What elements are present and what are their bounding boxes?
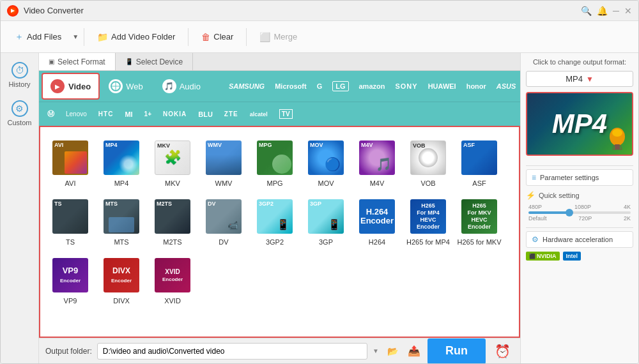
- mp4-preview-text: MP4: [552, 109, 607, 139]
- folder-icon: 📁: [97, 32, 108, 42]
- format-item-ts[interactable]: TS TS: [45, 191, 95, 248]
- web-format-button[interactable]: Web: [102, 76, 150, 96]
- minimize-icon[interactable]: ─: [613, 6, 619, 16]
- dropdown-arrow-output[interactable]: ▼: [373, 347, 379, 354]
- video-format-button[interactable]: ▶ Video: [42, 73, 100, 100]
- format-item-m2ts[interactable]: M2TS M2TS: [148, 191, 197, 248]
- open-folder-button[interactable]: 📂: [384, 343, 401, 360]
- format-item-vob[interactable]: VOB VOB: [403, 132, 453, 190]
- format-item-mp4[interactable]: MP4 MP4: [96, 132, 146, 190]
- brand-samsung[interactable]: SAMSUNG: [224, 80, 270, 92]
- format-item-3gp2[interactable]: 3GP2 📱 3GP2: [250, 191, 300, 248]
- brand-htc[interactable]: HTC: [93, 109, 119, 119]
- h264-label: H264: [369, 238, 385, 246]
- tab-select-device[interactable]: 📱 Select Device: [116, 53, 193, 70]
- brand-apple[interactable]: [213, 84, 224, 88]
- brand-sony[interactable]: SONY: [390, 80, 422, 92]
- brand-honor[interactable]: honor: [461, 80, 491, 92]
- sidebar: ⏱ History ⚙ Custom: [1, 53, 39, 363]
- gpu-row: ⬛ NVIDIA Intel: [526, 252, 633, 261]
- audio-icon: 🎵: [162, 79, 176, 93]
- quality-label-4k: 4K: [624, 204, 631, 210]
- brand-google[interactable]: G: [312, 80, 328, 92]
- mp4-preview[interactable]: MP4: [526, 92, 633, 156]
- 3gp-thumb: 3GP 📱: [308, 199, 344, 234]
- format-item-h265mp4[interactable]: H265For MP4HEVCEncoder H265 for MP4: [403, 191, 453, 248]
- run-button[interactable]: Run: [427, 338, 486, 364]
- brand-lg[interactable]: LG: [327, 79, 353, 93]
- history-icon: ⏱: [12, 62, 28, 79]
- svg-rect-1: [615, 144, 620, 149]
- mts-thumb: MTS: [104, 199, 139, 234]
- bell-icon[interactable]: 🔔: [597, 6, 608, 16]
- output-format-selector[interactable]: MP4 ▼: [526, 71, 633, 87]
- main-area: ⏱ History ⚙ Custom ▣ Select Format: [1, 53, 638, 363]
- web-label: Web: [126, 82, 143, 91]
- output-folder-label: Output folder:: [45, 347, 92, 356]
- search-icon[interactable]: 🔍: [581, 6, 592, 16]
- tab-select-format[interactable]: ▣ Select Format: [39, 53, 116, 70]
- brand-tv[interactable]: TV: [274, 107, 298, 121]
- format-item-avi[interactable]: AVI AVI: [45, 132, 95, 190]
- sidebar-item-custom[interactable]: ⚙ Custom: [2, 95, 37, 132]
- format-item-mkv[interactable]: MKV 🧩 MKV: [148, 132, 197, 190]
- m4v-label: M4V: [370, 179, 385, 187]
- quality-bottom-labels: Default 720P 2K: [528, 215, 631, 222]
- brand-lenovo[interactable]: Lenovo: [61, 109, 92, 119]
- brand-blu[interactable]: BLU: [193, 109, 218, 120]
- format-dropdown-icon: ▼: [586, 75, 594, 84]
- quality-slider-container: 480P 1080P 4K Default 720P 2K: [526, 204, 633, 222]
- format-item-m4v[interactable]: M4V 🎵 M4V: [352, 132, 402, 190]
- format-tabs: ▣ Select Format 📱 Select Device: [39, 53, 520, 71]
- format-item-h264[interactable]: H.264Encoder H264: [352, 191, 402, 248]
- folder-action-button[interactable]: 📤: [406, 343, 422, 360]
- format-item-3gp[interactable]: 3GP 📱 3GP: [301, 191, 351, 248]
- brand-mi[interactable]: MI: [119, 109, 137, 120]
- titlebar: Video Converter 🔍 🔔 ─ ✕: [1, 1, 638, 21]
- output-path-input[interactable]: [97, 343, 367, 360]
- format-item-h265mkv[interactable]: H265For MKVHEVCEncoder H265 for MKV: [454, 191, 504, 248]
- current-format-label: MP4: [566, 74, 583, 84]
- close-icon[interactable]: ✕: [624, 6, 632, 16]
- m2ts-thumb: M2TS: [155, 199, 190, 234]
- sidebar-item-history[interactable]: ⏱ History: [2, 56, 37, 93]
- format-item-dv[interactable]: DV 📹 DV: [199, 191, 249, 248]
- format-item-vp9[interactable]: VP9Encoder VP9: [45, 250, 95, 307]
- mp4-label: MP4: [114, 179, 129, 187]
- brand-nokia[interactable]: NOKIA: [158, 109, 192, 119]
- brand-motorola[interactable]: Ⓜ: [42, 107, 59, 121]
- brand-oneplus[interactable]: 1+: [139, 109, 157, 119]
- format-item-xvid[interactable]: XVIDEncoder XVID: [148, 250, 197, 307]
- output-format-title: Click to change output format:: [526, 58, 633, 66]
- alarm-button[interactable]: ⏰: [491, 340, 514, 363]
- format-item-mpg[interactable]: MPG MPG: [250, 132, 300, 190]
- audio-format-button[interactable]: 🎵 Audio: [155, 71, 208, 102]
- brand-alcatel[interactable]: alcatel: [245, 109, 273, 119]
- brand-row-2: Ⓜ Lenovo HTC MI 1+ NOKIA BLU ZTE alcatel…: [39, 102, 520, 126]
- brand-huawei[interactable]: HUAWEI: [423, 80, 461, 92]
- clear-button[interactable]: 🗑 Clear: [194, 28, 241, 46]
- format-item-divx[interactable]: DIVXEncoder DIVX: [96, 250, 146, 307]
- format-item-mov[interactable]: MOV 🔵 MOV: [301, 132, 351, 190]
- add-files-button[interactable]: ＋ Add Files: [7, 27, 69, 47]
- format-item-asf[interactable]: ASF ASF: [454, 132, 504, 190]
- quality-slider[interactable]: [528, 211, 631, 214]
- balloon-icon: [608, 126, 627, 152]
- brand-zte[interactable]: ZTE: [219, 109, 243, 119]
- separator-2: [188, 28, 189, 46]
- format-item-mts[interactable]: MTS MTS: [96, 191, 146, 248]
- web-icon: [109, 79, 123, 93]
- nvidia-icon: ⬛: [529, 254, 535, 259]
- hw-acceleration-button[interactable]: ⚙ Hardware acceleration: [526, 231, 633, 248]
- add-folder-button[interactable]: 📁 Add Video Folder: [89, 28, 183, 46]
- parameter-settings-button[interactable]: ≡ Parameter settings: [526, 169, 633, 186]
- mkv-label: MKV: [165, 179, 180, 187]
- 3gp-label: 3GP: [319, 238, 333, 246]
- add-files-dropdown-icon[interactable]: ▼: [72, 33, 79, 40]
- format-item-wmv[interactable]: WMV WMV: [199, 132, 249, 190]
- merge-button[interactable]: ⬜ Merge: [252, 28, 305, 46]
- format-grid-container: AVI AVI MP4: [39, 126, 520, 338]
- brand-microsoft[interactable]: Microsoft: [270, 80, 312, 92]
- brand-amazon[interactable]: amazon: [354, 80, 390, 92]
- brand-asus[interactable]: ASUS: [491, 80, 520, 92]
